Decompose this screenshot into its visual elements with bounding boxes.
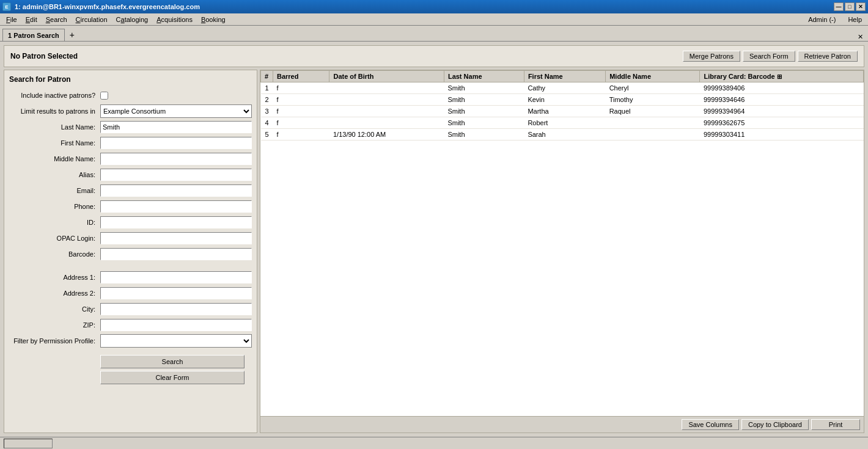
address2-label: Address 2: xyxy=(9,290,98,297)
alias-input[interactable] xyxy=(100,169,252,181)
first-name-row: First Name: xyxy=(9,136,252,150)
menu-file[interactable]: File xyxy=(2,15,21,24)
address1-input[interactable] xyxy=(100,271,252,283)
cell-dob xyxy=(329,94,444,106)
cell-num: 2 xyxy=(261,94,273,106)
cell-middle-name: Cheryl xyxy=(606,82,700,94)
cell-barred: f xyxy=(273,94,329,106)
id-input[interactable] xyxy=(100,216,252,228)
status-panel xyxy=(4,439,53,448)
top-panel: No Patron Selected Merge Patrons Search … xyxy=(4,45,864,67)
merge-patrons-button[interactable]: Merge Patrons xyxy=(683,51,740,62)
col-header-first-name: First Name xyxy=(524,71,605,82)
menu-bar: File Edit Search Circulation Cataloging … xyxy=(0,13,868,26)
include-inactive-label: Include inactive patrons? xyxy=(9,92,98,99)
menu-booking[interactable]: Booking xyxy=(197,15,229,24)
email-label: Email: xyxy=(9,187,98,194)
cell-library-card: 99999389406 xyxy=(700,82,864,94)
results-table-wrapper: # Barred Date of Birth Last Name First N… xyxy=(260,70,864,416)
cell-first-name: Robert xyxy=(524,117,605,129)
menu-acquisitions[interactable]: Acquisitions xyxy=(153,15,196,24)
menu-search[interactable]: Search xyxy=(42,15,71,24)
clear-form-button[interactable]: Clear Form xyxy=(100,371,245,384)
cell-first-name: Sarah xyxy=(524,129,605,141)
status-bar xyxy=(0,437,868,449)
minimize-button[interactable]: — xyxy=(834,2,844,11)
cell-num: 4 xyxy=(261,117,273,129)
last-name-label: Last Name: xyxy=(9,123,98,131)
header-buttons: Merge Patrons Search Form Retrieve Patro… xyxy=(683,51,858,62)
email-input[interactable] xyxy=(100,184,252,197)
phone-row: Phone: xyxy=(9,200,252,213)
col-header-barred: Barred xyxy=(273,71,329,82)
search-panel: Search for Patron Include inactive patro… xyxy=(4,70,257,433)
menu-circulation[interactable]: Circulation xyxy=(72,15,111,24)
table-row[interactable]: 5 f 1/13/90 12:00 AM Smith Sarah 9999930… xyxy=(261,129,864,141)
cell-num: 3 xyxy=(261,106,273,117)
alias-label: Alias: xyxy=(9,171,98,178)
middle-name-row: Middle Name: xyxy=(9,152,252,166)
menu-help[interactable]: Help xyxy=(844,15,866,24)
opac-login-input[interactable] xyxy=(100,232,252,244)
no-patron-label: No Patron Selected xyxy=(10,52,78,60)
table-row[interactable]: 1 f Smith Cathy Cheryl 99999389406 xyxy=(261,82,864,94)
limit-results-select[interactable]: Example Consortium Branch 1 Branch 2 xyxy=(100,104,252,118)
zip-input[interactable] xyxy=(100,319,252,331)
cell-last-name: Smith xyxy=(444,82,524,94)
search-form-button[interactable]: Search Form xyxy=(743,51,795,62)
phone-input[interactable] xyxy=(100,200,252,213)
first-name-input[interactable] xyxy=(100,137,252,149)
table-row[interactable]: 3 f Smith Martha Raquel 99999394964 xyxy=(261,106,864,117)
menu-cataloging[interactable]: Cataloging xyxy=(112,15,152,24)
cell-middle-name xyxy=(606,129,700,141)
address2-input[interactable] xyxy=(100,287,252,299)
email-row: Email: xyxy=(9,184,252,197)
copy-to-clipboard-button[interactable]: Copy to Clipboard xyxy=(741,419,809,430)
table-row[interactable]: 2 f Smith Kevin Timothy 99999394646 xyxy=(261,94,864,106)
cell-dob: 1/13/90 12:00 AM xyxy=(329,129,444,141)
city-input[interactable] xyxy=(100,303,252,315)
last-name-input[interactable] xyxy=(100,121,252,133)
menu-edit[interactable]: Edit xyxy=(22,15,41,24)
include-inactive-checkbox[interactable] xyxy=(100,92,108,100)
search-panel-title: Search for Patron xyxy=(9,75,252,84)
cell-middle-name: Raquel xyxy=(606,106,700,117)
col-header-middle-name: Middle Name xyxy=(606,71,700,82)
search-buttons: Search Clear Form xyxy=(9,355,252,384)
cell-library-card: 99999394646 xyxy=(700,94,864,106)
cell-barred: f xyxy=(273,82,329,94)
address1-label: Address 1: xyxy=(9,274,98,281)
barcode-input[interactable] xyxy=(100,248,252,260)
tab-add-button[interactable]: + xyxy=(66,29,78,41)
cell-middle-name xyxy=(606,117,700,129)
cell-first-name: Cathy xyxy=(524,82,605,94)
last-name-row: Last Name: xyxy=(9,120,252,134)
tab-close-button[interactable]: ✕ xyxy=(858,33,866,41)
col-header-last-name: Last Name xyxy=(444,71,524,82)
phone-label: Phone: xyxy=(9,203,98,210)
maximize-button[interactable]: □ xyxy=(845,2,855,11)
cell-dob xyxy=(329,82,444,94)
permission-profile-select[interactable] xyxy=(100,334,252,348)
tab-patron-search[interactable]: 1 Patron Search xyxy=(2,29,65,41)
middle-name-input[interactable] xyxy=(100,153,252,165)
save-columns-button[interactable]: Save Columns xyxy=(682,419,739,430)
close-button[interactable]: ✕ xyxy=(856,2,866,11)
main-content: No Patron Selected Merge Patrons Search … xyxy=(0,42,868,437)
print-button[interactable]: Print xyxy=(811,419,860,430)
col-header-library-card: Library Card: Barcode ⊞ xyxy=(700,71,864,82)
cell-num: 1 xyxy=(261,82,273,94)
cell-barred: f xyxy=(273,106,329,117)
retrieve-patron-button[interactable]: Retrieve Patron xyxy=(798,51,858,62)
cell-dob xyxy=(329,117,444,129)
cell-last-name: Smith xyxy=(444,117,524,129)
address2-row: Address 2: xyxy=(9,287,252,300)
cell-first-name: Martha xyxy=(524,106,605,117)
col-resize-icon[interactable]: ⊞ xyxy=(777,73,782,80)
id-row: ID: xyxy=(9,216,252,229)
search-button[interactable]: Search xyxy=(100,355,245,368)
cell-library-card: 99999394964 xyxy=(700,106,864,117)
table-row[interactable]: 4 f Smith Robert 99999362675 xyxy=(261,117,864,129)
city-label: City: xyxy=(9,305,98,313)
menu-admin[interactable]: Admin (-) xyxy=(804,15,839,24)
